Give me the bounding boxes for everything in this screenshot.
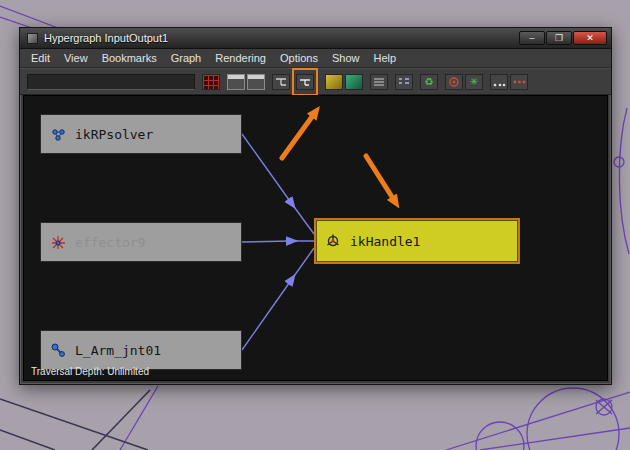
menu-bookmarks[interactable]: Bookmarks (95, 50, 164, 66)
node-label: L_Arm_jnt01 (75, 343, 161, 358)
hide-unconnected-icon[interactable] (445, 74, 463, 90)
freeform-layout-icon[interactable] (272, 74, 290, 90)
menu-help[interactable]: Help (366, 50, 403, 66)
menu-graph[interactable]: Graph (164, 50, 209, 66)
add-bookmark-icon[interactable] (325, 74, 343, 90)
menu-rendering[interactable]: Rendering (208, 50, 273, 66)
input-output-connections-icon[interactable] (202, 74, 220, 90)
node-label: ikHandle1 (350, 234, 420, 249)
frame-selection-icon[interactable] (247, 74, 265, 90)
traversal-depth-status: Traversal Depth: Unlimited (31, 366, 149, 377)
node-ikRPsolver[interactable]: ikRPsolver (40, 114, 242, 154)
minimize-button[interactable]: – (519, 31, 545, 45)
node-effector9[interactable]: effector9 (40, 222, 242, 262)
node-L_Arm_jnt01[interactable]: L_Arm_jnt01 (40, 330, 242, 370)
show-connections-dots-icon[interactable] (510, 74, 528, 90)
menu-show[interactable]: Show (325, 50, 367, 66)
joint-icon (41, 343, 75, 358)
node-ikHandle1[interactable]: ikHandle1 (314, 218, 520, 264)
menu-options[interactable]: Options (273, 50, 325, 66)
menu-bar: Edit View Bookmarks Graph Rendering Opti… (20, 49, 611, 68)
grid-view-icon[interactable] (395, 74, 413, 90)
toolbar: ♻ ✳ (20, 68, 611, 95)
graph-canvas[interactable]: ikRPsolver effector9 L_Arm_jnt01 (23, 95, 608, 381)
list-view-icon[interactable] (370, 74, 388, 90)
app-icon (27, 33, 38, 44)
frame-all-icon[interactable] (227, 74, 245, 90)
show-connected-icon[interactable]: ✳ (465, 74, 483, 90)
toolbar-highlight-box (292, 68, 318, 96)
effector-icon (41, 235, 75, 250)
node-label: effector9 (75, 235, 145, 250)
menu-view[interactable]: View (57, 50, 95, 66)
title-bar[interactable]: Hypergraph InputOutput1 – ❐ ✕ (20, 28, 611, 49)
node-search-input[interactable] (27, 74, 195, 90)
toggle-connection-layout-icon[interactable] (296, 74, 314, 90)
ik-solver-icon (41, 127, 75, 142)
rearrange-graph-icon[interactable]: ♻ (420, 74, 438, 90)
node-label: ikRPsolver (75, 127, 153, 142)
edit-bookmark-icon[interactable] (345, 74, 363, 90)
ik-handle-icon (316, 233, 350, 249)
close-button[interactable]: ✕ (573, 31, 607, 45)
hypergraph-window: Hypergraph InputOutput1 – ❐ ✕ Edit View … (19, 27, 612, 385)
show-node-numbers-icon[interactable] (490, 74, 508, 90)
maximize-button[interactable]: ❐ (546, 31, 572, 45)
window-title: Hypergraph InputOutput1 (44, 32, 168, 44)
menu-edit[interactable]: Edit (24, 50, 57, 66)
